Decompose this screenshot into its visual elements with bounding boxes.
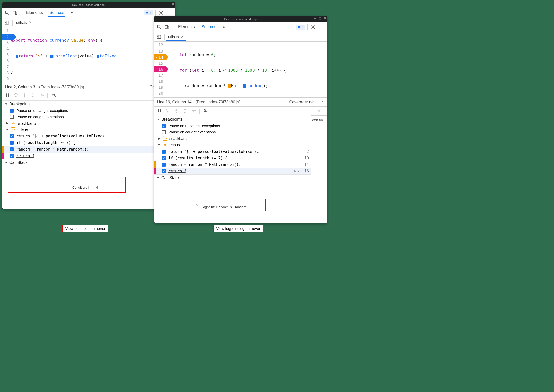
bp-item-hovered[interactable]: ✓ random = random * Math.random(); ✎ ✕ 1…	[2, 146, 175, 153]
navigator-toggle-icon[interactable]	[3, 19, 10, 26]
pause-uncaught-row[interactable]: ✓ Pause on uncaught exceptions	[154, 123, 311, 129]
svg-rect-5	[6, 93, 7, 97]
deactivate-breakpoints-icon[interactable]	[203, 108, 208, 114]
file-tab-utils[interactable]: utils.ts ✕	[166, 33, 186, 41]
checkbox-on-icon[interactable]: ✓	[10, 147, 14, 151]
step-into-icon[interactable]	[174, 108, 179, 114]
tab-close-icon[interactable]: ✕	[29, 21, 32, 24]
cursor-icon: ↖	[196, 203, 199, 207]
device-icon[interactable]	[11, 9, 18, 16]
checkbox-on-icon[interactable]: ✓	[10, 134, 14, 138]
step-over-icon[interactable]	[165, 108, 170, 114]
step-out-icon[interactable]	[30, 93, 35, 99]
coverage-label: Coverage: n/a	[289, 100, 315, 104]
ts-file-icon: <>	[163, 143, 167, 147]
tab-elements[interactable]: Elements	[177, 23, 196, 31]
kebab-icon[interactable]: ⋮	[319, 24, 326, 31]
breakpoints-header[interactable]: ▼ Breakpoints	[2, 101, 175, 107]
svg-point-20	[176, 112, 177, 113]
pause-icon[interactable]	[157, 108, 162, 114]
maximize-icon[interactable]: ▢	[167, 2, 169, 6]
ts-file-icon: <>	[11, 121, 15, 125]
inspect-icon[interactable]	[156, 24, 163, 31]
navigator-toggle-icon[interactable]	[155, 33, 162, 40]
ts-file-icon: <>	[11, 127, 15, 132]
bp-file-utils[interactable]: ▼ <> utils.ts	[2, 126, 175, 133]
bp-item-hovered[interactable]: ✓ return { ✎ ✕ 16	[154, 168, 311, 174]
chevron-right-icon: ▶	[5, 121, 9, 125]
svg-point-14	[313, 26, 314, 28]
checkbox-on-icon[interactable]: ✓	[162, 163, 166, 167]
tab-close-icon[interactable]: ✕	[181, 35, 184, 39]
bp-item[interactable]: ✓ return '$' + parseFloat(value).toFixed…	[154, 148, 311, 155]
svg-point-10	[43, 95, 43, 95]
issues-badge[interactable]: 1	[296, 25, 305, 30]
titlebar: DevTools - coffee-cart.app/ — ▢ ✕	[2, 2, 175, 8]
expand-pane-icon[interactable]: »	[311, 107, 327, 116]
step-over-icon[interactable]	[13, 93, 18, 99]
breakpoints-header[interactable]: ▼ Breakpoints	[154, 116, 311, 123]
caption-right: View logpoint log on hover	[213, 225, 263, 232]
checkbox-off-icon[interactable]	[162, 130, 166, 134]
callstack-header[interactable]: ▼ Call Stack	[154, 174, 311, 181]
checkbox-on-icon[interactable]: ✓	[10, 109, 14, 113]
svg-point-3	[161, 12, 162, 13]
checkbox-on-icon[interactable]: ✓	[162, 150, 166, 154]
checkbox-on-icon[interactable]: ✓	[162, 169, 166, 173]
svg-point-19	[167, 111, 168, 112]
close-icon[interactable]: ✕	[324, 17, 326, 20]
issues-badge[interactable]: 1	[144, 10, 153, 15]
settings-icon[interactable]	[310, 24, 317, 31]
panel-tabs: Elements Sources »	[25, 8, 74, 17]
step-into-icon[interactable]	[22, 93, 27, 99]
pause-uncaught-row[interactable]: ✓ Pause on uncaught exceptions	[2, 107, 175, 114]
step-icon[interactable]	[39, 93, 44, 99]
window-title: DevTools - coffee-cart.app/	[72, 3, 105, 6]
tab-elements[interactable]: Elements	[25, 8, 44, 17]
tab-sources[interactable]: Sources	[48, 8, 65, 17]
bp-item[interactable]: ✓ return '$' + parseFloat(value).toFixed…	[2, 133, 175, 139]
bp-file-utils[interactable]: ▼ <> utils.ts	[154, 142, 311, 148]
step-out-icon[interactable]	[182, 108, 187, 114]
bp-item[interactable]: ✓ if (results.length >= 7) { 10	[154, 155, 311, 161]
bp-file-snackbar[interactable]: ▶ <> snackbar.ts	[2, 120, 175, 126]
checkbox-off-icon[interactable]	[10, 115, 14, 119]
tab-sources[interactable]: Sources	[200, 23, 217, 31]
pause-icon[interactable]	[5, 93, 10, 99]
chevron-down-icon: ▼	[4, 161, 8, 164]
checkbox-on-icon[interactable]: ✓	[10, 154, 14, 158]
svg-rect-6	[8, 93, 9, 97]
kebab-icon[interactable]: ⋮	[167, 9, 174, 16]
minimize-icon[interactable]: —	[162, 2, 164, 6]
callstack-header[interactable]: ▼ Call Stack	[2, 159, 175, 166]
tab-more[interactable]: »	[222, 23, 226, 31]
close-icon[interactable]: ✕	[172, 2, 174, 6]
pause-caught-row[interactable]: Pause on caught exceptions	[154, 129, 311, 135]
maximize-icon[interactable]: ▢	[319, 17, 321, 20]
checkbox-on-icon[interactable]: ✓	[162, 156, 166, 160]
device-icon[interactable]	[163, 24, 170, 31]
pause-caught-row[interactable]: Pause on caught exceptions	[2, 114, 175, 120]
code-editor[interactable]: 12 13 ?14 15 ‥16 17 18 19 20 let random …	[154, 42, 327, 97]
tab-more[interactable]: »	[70, 8, 74, 17]
coverage-reload-icon[interactable]	[320, 99, 325, 105]
checkbox-on-icon[interactable]: ✓	[10, 141, 14, 145]
step-icon[interactable]	[191, 108, 196, 114]
inspect-icon[interactable]	[4, 9, 11, 16]
code-editor[interactable]: 1 2 3 4 5 6 7 8 9 export function curren…	[2, 27, 175, 83]
settings-icon[interactable]	[158, 9, 165, 16]
file-tab-strip: utils.ts ✕	[154, 32, 327, 42]
bp-item[interactable]: ✓ random = random * Math.random(); 14	[154, 161, 311, 168]
edit-icon[interactable]: ✎	[294, 169, 296, 173]
cursor-position: Line 2, Column 3	[5, 85, 35, 89]
remove-icon[interactable]: ✕	[297, 169, 300, 173]
bp-item[interactable]: ✓ if (results.length >= 7) { 10	[2, 139, 175, 146]
bp-item[interactable]: ✓ return { 16	[2, 153, 175, 159]
titlebar: DevTools - coffee-cart.app/ — ▢ ✕	[154, 16, 327, 22]
file-tab-utils[interactable]: utils.ts ✕	[14, 19, 34, 26]
deactivate-breakpoints-icon[interactable]	[51, 93, 56, 99]
bp-file-snackbar[interactable]: ▶ <> snackbar.ts	[154, 135, 311, 142]
chevron-down-icon: ▼	[4, 102, 8, 106]
minimize-icon[interactable]: —	[314, 17, 316, 20]
checkbox-on-icon[interactable]: ✓	[162, 124, 166, 128]
